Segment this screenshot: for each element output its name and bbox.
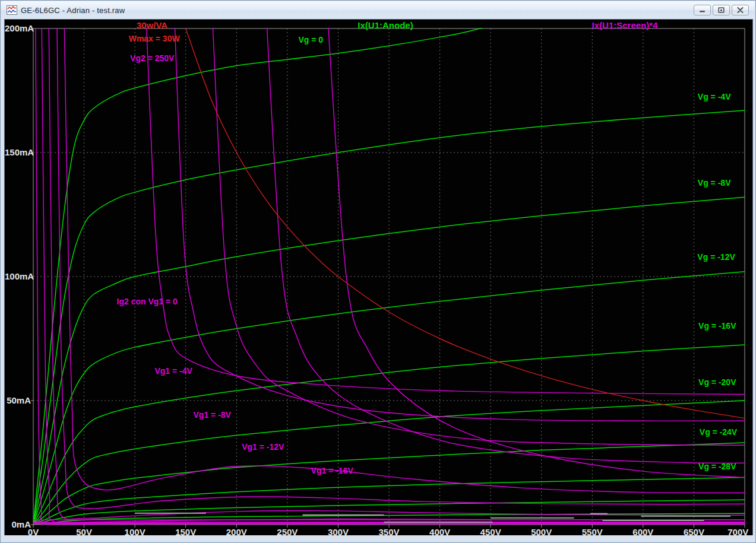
curve-ig2x4-vg1-36 bbox=[35, 20, 745, 525]
annotation-11: Vg = -16V bbox=[698, 321, 736, 331]
title-bar[interactable]: GE-6L6GC - Adrian - test.raw bbox=[1, 1, 755, 19]
y-tick-label-50mA: 50mA bbox=[5, 395, 31, 405]
trace-title-0[interactable]: 30w/VA bbox=[137, 20, 167, 30]
trace-title-1[interactable]: Ix(U1:Anode) bbox=[358, 20, 413, 30]
curve-ia-vg-12 bbox=[33, 272, 745, 525]
waveform-plot-pane[interactable]: 30w/VAIx(U1:Anode)Ix(U1:Screen)*4Wmax = … bbox=[4, 19, 753, 536]
curve-ig2x4-vg1-4 bbox=[173, 20, 745, 421]
annotation-9: Vg = -8V bbox=[698, 178, 731, 188]
annotation-14: Vg = -28V bbox=[698, 462, 736, 471]
window-frame-bottom bbox=[1, 535, 755, 542]
annotation-13: Vg = -24V bbox=[700, 427, 737, 437]
curves-canvas bbox=[5, 20, 752, 536]
annotation-0: Wmax = 30W bbox=[129, 34, 180, 43]
curve-ig2x4-vg1-12 bbox=[265, 20, 745, 463]
y-tick-label-200mA: 200mA bbox=[5, 23, 31, 33]
curve-ig2x4-vg1-20 bbox=[64, 20, 745, 493]
grid-lines bbox=[31, 28, 745, 528]
annotation-10: Vg = -12V bbox=[697, 252, 735, 262]
annotation-8: Vg = -4V bbox=[698, 92, 731, 101]
close-icon bbox=[737, 7, 744, 13]
annotation-7: Vg1 = -16V bbox=[311, 466, 353, 475]
y-tick-label-0mA: 0mA bbox=[5, 519, 31, 529]
close-button[interactable] bbox=[732, 5, 749, 15]
annotation-5: Vg1 = -8V bbox=[193, 410, 230, 420]
annotation-1: Vg2 = 250V bbox=[130, 53, 174, 63]
annotation-2: Vg = 0 bbox=[298, 35, 323, 45]
annotation-6: Vg1 = -12V bbox=[242, 442, 284, 452]
annotation-12: Vg = -20V bbox=[698, 377, 736, 387]
y-tick-label-150mA: 150mA bbox=[5, 147, 31, 157]
curve-ig2x4-vg1-0 bbox=[145, 20, 745, 395]
curve-ig2x4-vg1-32 bbox=[42, 20, 745, 523]
ltspice-window: GE-6L6GC - Adrian - test.raw 30w/VAIx(U1… bbox=[0, 0, 756, 543]
curve-ig2x4-vg1-8 bbox=[211, 20, 745, 445]
minimize-button[interactable] bbox=[694, 5, 711, 15]
waveform-app-icon bbox=[7, 5, 17, 15]
restore-icon bbox=[718, 7, 725, 13]
curve-ig2x4-vg1-24 bbox=[56, 20, 745, 509]
annotation-4: Vg1 = -4V bbox=[154, 366, 192, 376]
window-title: GE-6L6GC - Adrian - test.raw bbox=[21, 6, 125, 15]
curve-ig2x4-vg1-16 bbox=[326, 20, 745, 478]
curve-wmax-30w-limit bbox=[186, 28, 745, 418]
annotation-3: Ig2 con Vg1 = 0 bbox=[117, 297, 178, 306]
trace-title-2[interactable]: Ix(U1:Screen)*4 bbox=[592, 20, 658, 30]
window-controls bbox=[694, 5, 749, 15]
restore-button[interactable] bbox=[713, 5, 730, 15]
minimize-icon bbox=[699, 8, 706, 13]
y-tick-label-100mA: 100mA bbox=[5, 271, 31, 281]
